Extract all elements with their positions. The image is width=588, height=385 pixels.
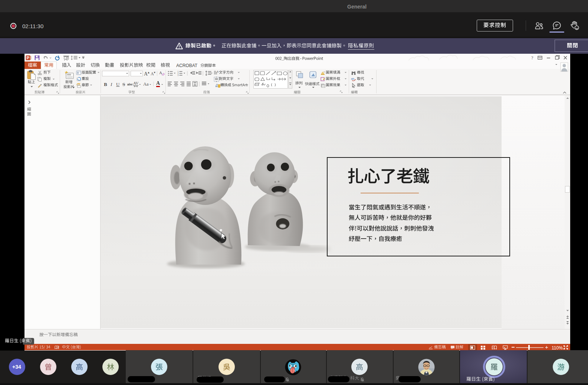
svg-text:?: ? [531,55,533,60]
svg-text:P: P [27,56,29,60]
svg-text:A: A [159,70,162,75]
svg-text:ab: ab [351,77,354,80]
svg-text:3: 3 [178,74,179,76]
